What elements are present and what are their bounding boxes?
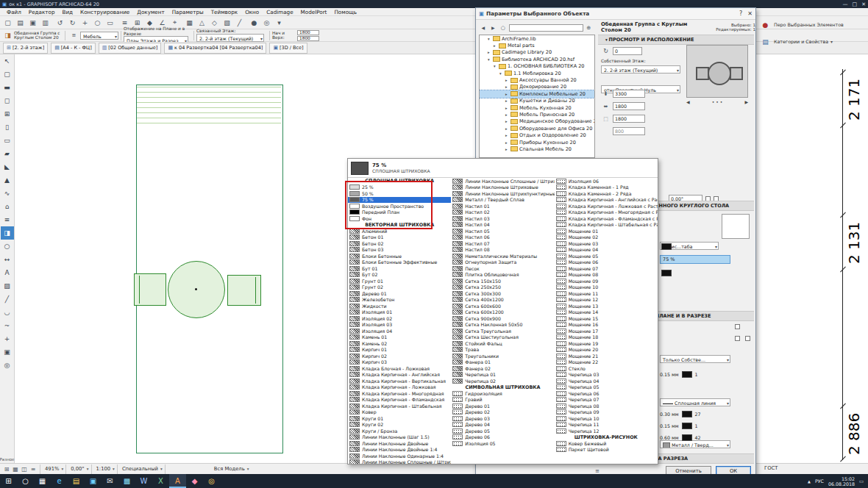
- size-height-field[interactable]: [613, 127, 645, 135]
- fill-item[interactable]: Кладка Каменная - 1 Ряд: [555, 184, 658, 191]
- elevation-field[interactable]: [613, 90, 645, 98]
- fill-item[interactable]: Кладка Кирпичная - Штабельная: [348, 403, 451, 409]
- library-tree-item[interactable]: ▸ Мебель Кухонная 20: [480, 104, 594, 111]
- library-tree-item[interactable]: ▾ Библиотека ARCHICAD 20.hsf: [480, 56, 594, 62]
- fill-item[interactable]: Кладка Кирпичная - Штабельная с Растворо…: [555, 222, 658, 229]
- view-tab[interactable]: ▣ [3D / Все]: [269, 43, 307, 54]
- fill-item[interactable]: Черепица 06: [555, 390, 658, 397]
- language-indicator[interactable]: РУС: [815, 478, 824, 484]
- fill-item[interactable]: Черепица 03: [555, 372, 658, 378]
- menu-item[interactable]: Помощь: [330, 9, 360, 15]
- pen-icon[interactable]: ●: [248, 16, 260, 29]
- fill-item[interactable]: Сетка Треугольная: [451, 328, 554, 334]
- fill-item[interactable]: Дерево 06: [451, 434, 554, 441]
- tree-forward-icon[interactable]: ▶: [489, 24, 498, 32]
- fill-item[interactable]: Гидроизоляция: [451, 390, 554, 397]
- fill-item[interactable]: Блоки Бетонные: [348, 253, 451, 259]
- zone-tool-icon[interactable]: ⌂: [1, 200, 14, 213]
- fill-item[interactable]: Настил 06: [451, 234, 554, 241]
- fill-item[interactable]: Мощение 11: [555, 290, 658, 297]
- zoom-level[interactable]: 491%: [43, 466, 61, 472]
- maximize-button[interactable]: □: [853, 1, 858, 7]
- roof-tool-icon[interactable]: ◣: [1, 160, 14, 173]
- fill-item[interactable]: Сетка Шестиугольная: [451, 334, 554, 341]
- search-icon[interactable]: ○: [17, 474, 34, 488]
- object-tool-icon[interactable]: ◨: [1, 226, 14, 240]
- fill-item[interactable]: Кладка Кирпичная - Английская с Растворо…: [555, 197, 658, 204]
- pen-chip[interactable]: [682, 371, 692, 378]
- library-tree-item[interactable]: ▾ 1. ОСНОВНАЯ БИБЛИОТЕКА 20: [480, 63, 594, 70]
- fill-item[interactable]: Бетон 02: [348, 240, 451, 247]
- fill-item[interactable]: Треугольники: [451, 353, 554, 359]
- fill-item[interactable]: Круги 02: [348, 422, 451, 428]
- fill-item[interactable]: Черепица 04: [555, 378, 658, 384]
- pen-color-icon[interactable]: ●: [759, 18, 772, 31]
- photos-icon[interactable]: ▩: [118, 474, 135, 488]
- fill-item[interactable]: Трава: [451, 347, 554, 354]
- fill-item[interactable]: Кладка Кирпичная - Ложковая: [348, 384, 451, 391]
- fill-item[interactable]: Черепица 01: [451, 372, 554, 378]
- line-type-select[interactable]: Сплошная линия: [660, 398, 730, 406]
- new-file-icon[interactable]: ▢: [1, 16, 14, 29]
- fill-item[interactable]: Мощение 02: [555, 234, 658, 241]
- fill-item[interactable]: Стекло: [555, 365, 658, 372]
- pen-chip[interactable]: [661, 270, 672, 276]
- fill-item[interactable]: Изоляция 06: [555, 178, 658, 184]
- library-tree-item[interactable]: ▸ Отдых и Оздоровление 20: [480, 132, 594, 138]
- undo-icon[interactable]: ↺: [54, 16, 66, 29]
- fill-item[interactable]: Бут 01: [348, 265, 451, 272]
- fill-item[interactable]: Линии Наклонные Штриховые: [451, 184, 554, 191]
- minimize-button[interactable]: —: [843, 1, 848, 7]
- beam-tool-icon[interactable]: ▭: [1, 134, 14, 147]
- favorites-icon[interactable]: ◇: [208, 16, 221, 29]
- fill-item[interactable]: Фанера 02: [451, 365, 554, 372]
- slab-tool-icon[interactable]: ▰: [1, 147, 14, 160]
- fill-item[interactable]: Линии Наклонные Штрихпунктирные: [451, 190, 554, 197]
- fill-item[interactable]: Круги 01: [348, 415, 451, 422]
- help-button[interactable]: ?: [739, 10, 742, 17]
- fill-item[interactable]: Мощение 14: [555, 309, 658, 316]
- library-tree-item[interactable]: ▾ ArchiFrame.lib: [480, 35, 594, 42]
- hotspot-tool-icon[interactable]: +: [1, 332, 14, 345]
- scale-value[interactable]: 1:100: [94, 466, 113, 472]
- camera-icon[interactable]: ◎: [260, 16, 273, 29]
- fill-item[interactable]: Сетка 250x250: [451, 284, 554, 291]
- fill-item[interactable]: Жидкости: [348, 303, 451, 309]
- preview-prev-icon[interactable]: ◀: [686, 99, 690, 104]
- open-file-icon[interactable]: ▤: [14, 16, 26, 29]
- library-tree-item[interactable]: ▸ Cadimage Library 20: [480, 49, 594, 56]
- object-preview[interactable]: [686, 45, 748, 98]
- menu-item[interactable]: Конструирование: [77, 9, 133, 15]
- fill-item[interactable]: Дерево 04: [451, 422, 554, 428]
- fill-item[interactable]: Изоляция 01: [348, 309, 451, 316]
- figure-tool-icon[interactable]: ▣: [1, 345, 14, 359]
- wall-tool-icon[interactable]: ▬: [1, 81, 14, 94]
- fill-item[interactable]: Мощение 22: [555, 359, 658, 366]
- dialog-title-bar[interactable]: ▣ Параметры Выбранного Объекта ? ✕: [476, 8, 755, 20]
- fill-item[interactable]: Кладка Кирпичная - Ложковая с Раствором: [555, 203, 658, 209]
- fill-item[interactable]: Неметаллические Материалы: [451, 253, 554, 259]
- fill-item[interactable]: Кирпич 01: [348, 347, 451, 354]
- fill-item[interactable]: Кирпич 03: [348, 359, 451, 366]
- fill-item[interactable]: Камень 01: [348, 334, 451, 341]
- fill-item[interactable]: Линии Наклонные (Шаг 1.5): [348, 434, 451, 441]
- fill-item[interactable]: Линии Наклонные Сплошные / Штриховые: [348, 459, 451, 464]
- fill-item[interactable]: Мощение 20: [555, 347, 658, 354]
- mail-icon[interactable]: ✉: [102, 474, 118, 488]
- fill-item[interactable]: Дерево 01: [451, 403, 554, 409]
- archicad-icon[interactable]: A: [169, 474, 186, 488]
- tree-back-icon[interactable]: ◀: [479, 24, 488, 32]
- pan-icon[interactable]: +: [79, 16, 91, 29]
- fill-tool-icon[interactable]: ▨: [1, 279, 14, 293]
- size-width-field[interactable]: [613, 102, 645, 110]
- pen-chip[interactable]: [661, 243, 672, 250]
- lamp-tool-icon[interactable]: ○: [1, 240, 14, 253]
- fill-item[interactable]: Кладка Кирпичная - Фламандская: [348, 397, 451, 403]
- fill-item[interactable]: Фанера 01: [451, 359, 554, 366]
- fit-view-icon[interactable]: ▭: [104, 16, 116, 29]
- clock[interactable]: 15:0206.08.2018: [828, 476, 855, 487]
- fill-item[interactable]: Кладка Каменная - 2 Ряда: [555, 190, 658, 197]
- library-tree-item[interactable]: ▸ Кушетки и Диваны 20: [480, 98, 594, 104]
- fill-item[interactable]: Бетон 03: [348, 247, 451, 254]
- rotation-field[interactable]: [613, 47, 642, 55]
